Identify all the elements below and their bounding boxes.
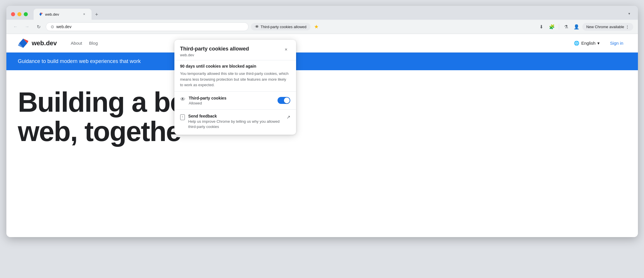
feedback-text: Send feedback Help us improve Chrome by … [188, 114, 287, 129]
cookies-toggle-switch[interactable] [278, 97, 290, 104]
title-bar: web.dev × + ▾ [6, 6, 638, 20]
feedback-title: Send feedback [188, 114, 287, 118]
hero-title: Building a bet web, togethe [18, 88, 626, 146]
new-chrome-button[interactable]: New Chrome available ⋮ [582, 23, 633, 31]
sign-in-button[interactable]: Sign in [607, 39, 626, 47]
bookmark-star-icon[interactable]: ★ [313, 22, 320, 31]
active-tab[interactable]: web.dev × [34, 9, 92, 20]
labs-button[interactable]: ⚗ [561, 22, 571, 31]
more-options-icon: ⋮ [625, 25, 629, 29]
site-header-right: 🌐 English ▾ Sign in [571, 39, 626, 48]
banner-text: Guidance to build modern web experiences… [18, 58, 141, 64]
external-link-icon[interactable]: ↗ [287, 114, 290, 120]
globe-icon: 🌐 [574, 41, 579, 46]
popup-warning-section: 90 days until cookies are blocked again … [174, 60, 296, 91]
feedback-subtitle: Help us improve Chrome by telling us why… [188, 119, 287, 129]
tab-close-button[interactable]: × [82, 12, 87, 17]
tab-bar: web.dev × + [34, 9, 101, 20]
tab-favicon-icon [38, 12, 43, 17]
extensions-icon: 🧩 [549, 24, 555, 30]
site-nav: About Blog [71, 41, 98, 46]
address-bar[interactable]: ⊙ web.dev [46, 22, 249, 31]
address-icon: ⊙ [51, 24, 54, 29]
back-button[interactable]: ← [11, 22, 20, 31]
nav-bar: ← → ↻ ⊙ web.dev 👁 Third-party cookies al… [6, 20, 638, 34]
toggle-sublabel: Allowed [189, 101, 227, 105]
hero-title-line2: web, togethe [18, 117, 626, 146]
toggle-label: Third-party cookies [189, 96, 227, 100]
popup-header-text: Third-party cookies allowed web.dev [180, 46, 249, 57]
language-button[interactable]: 🌐 English ▾ [571, 39, 602, 48]
site-logo: web.dev [18, 38, 57, 48]
language-label: English [581, 41, 595, 46]
address-text: web.dev [56, 24, 244, 29]
profile-icon: 👤 [574, 24, 579, 30]
extensions-button[interactable]: 🧩 [547, 22, 557, 31]
nav-divider [559, 24, 559, 30]
cookie-pill-label: Third-party cookies allowed [261, 25, 307, 29]
new-chrome-label: New Chrome available [586, 25, 624, 29]
popup-close-button[interactable]: × [282, 46, 290, 54]
close-window-button[interactable] [11, 12, 15, 16]
popup-toggle-row: 👁 Third-party cookies Allowed [174, 91, 296, 109]
maximize-window-button[interactable] [24, 12, 28, 16]
popup-domain: web.dev [180, 53, 249, 57]
popup-feedback-row: ! Send feedback Help us improve Chrome b… [174, 109, 296, 135]
hero-section: Building a bet web, togethe [6, 70, 638, 164]
cookies-eye-icon: 👁 [180, 96, 185, 102]
toggle-text: Third-party cookies Allowed [189, 96, 227, 105]
hero-title-line1: Building a bet [18, 88, 626, 117]
labs-icon: ⚗ [564, 24, 568, 30]
content-area: web.dev About Blog 🌐 English ▾ Sign in G… [6, 34, 638, 237]
tab-dropdown-button[interactable]: ▾ [625, 10, 633, 18]
download-button[interactable]: ⬇ [537, 22, 546, 31]
new-tab-button[interactable]: + [93, 10, 101, 19]
eye-icon: 👁 [255, 24, 259, 29]
nav-blog-link[interactable]: Blog [89, 41, 98, 46]
tab-bar-right: ▾ [625, 10, 633, 18]
site-logo-text: web.dev [32, 39, 57, 47]
logo-icon [18, 38, 28, 48]
popup-warning-title: 90 days until cookies are blocked again [180, 64, 290, 68]
tab-title: web.dev [45, 12, 79, 17]
profile-button[interactable]: 👤 [572, 22, 581, 31]
feedback-icon: ! [180, 114, 185, 120]
toggle-left: 👁 Third-party cookies Allowed [180, 96, 227, 105]
feedback-left: ! Send feedback Help us improve Chrome b… [180, 114, 287, 129]
traffic-lights [11, 12, 28, 16]
site-banner: Guidance to build modern web experiences… [6, 53, 638, 70]
forward-button[interactable]: → [23, 22, 32, 31]
cookie-pill-button[interactable]: 👁 Third-party cookies allowed [251, 23, 311, 30]
popup-title: Third-party cookies allowed [180, 46, 249, 52]
popup-header: Third-party cookies allowed web.dev × [174, 40, 296, 60]
minimize-window-button[interactable] [17, 12, 21, 16]
language-chevron-icon: ▾ [597, 41, 600, 46]
reload-button[interactable]: ↻ [34, 22, 43, 31]
site-header: web.dev About Blog 🌐 English ▾ Sign in [6, 34, 638, 53]
cookie-popup: Third-party cookies allowed web.dev × 90… [174, 40, 296, 135]
nav-right-actions: ⬇ 🧩 ⚗ 👤 New Chrome available ⋮ [537, 22, 633, 31]
browser-window: web.dev × + ▾ ← → ↻ ⊙ web.dev 👁 Third-pa… [6, 6, 638, 237]
popup-warning-text: You temporarily allowed this site to use… [180, 71, 290, 88]
nav-about-link[interactable]: About [71, 41, 82, 46]
download-icon: ⬇ [539, 24, 543, 30]
